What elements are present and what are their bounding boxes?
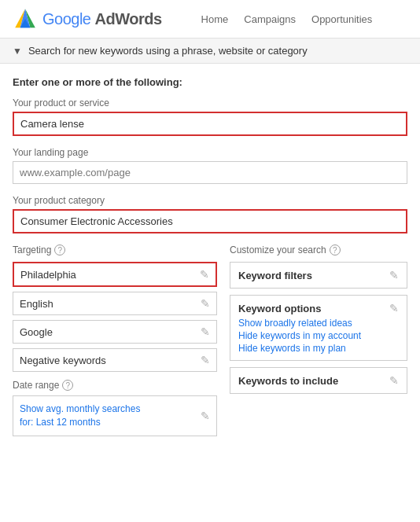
main-content: Enter one or more of the following: Your…: [0, 64, 420, 449]
nav-links: Home Campaigns Opportunities: [201, 13, 373, 25]
targeting-location-text: Philadelphia: [20, 269, 76, 281]
nav-opportunities[interactable]: Opportunities: [311, 13, 372, 25]
targeting-network-edit-icon[interactable]: ✎: [201, 325, 210, 338]
targeting-language-edit-icon[interactable]: ✎: [201, 297, 210, 310]
two-col-section: Targeting ? Philadelphia ✎ English ✎ Goo…: [13, 244, 407, 436]
keyword-options-header: Keyword options ✎: [238, 302, 399, 314]
product-category-input[interactable]: [13, 209, 407, 233]
customize-column: Customize your search ? Keyword filters …: [230, 244, 407, 436]
date-range-label: Date range ?: [13, 380, 217, 391]
targeting-negative-keywords-text: Negative keywords: [20, 355, 106, 366]
customize-label: Customize your search: [230, 244, 326, 255]
logo-text: Google AdWords: [42, 10, 162, 28]
targeting-negative-keywords[interactable]: Negative keywords ✎: [13, 348, 217, 372]
targeting-header: Targeting ?: [13, 244, 217, 255]
keyword-filters-card: Keyword filters ✎: [230, 262, 407, 289]
date-range-help-icon[interactable]: ?: [62, 380, 73, 391]
search-bar-label: Search for new keywords using a phrase, …: [28, 45, 308, 57]
nav-campaigns[interactable]: Campaigns: [244, 13, 296, 25]
product-service-group: Your product or service: [13, 97, 407, 136]
product-service-input[interactable]: [13, 112, 407, 136]
broadly-related-link[interactable]: Show broadly related ideas: [238, 318, 399, 329]
keyword-options-edit-icon[interactable]: ✎: [389, 302, 399, 314]
targeting-help-icon[interactable]: ?: [54, 244, 65, 255]
keyword-filters-edit-icon[interactable]: ✎: [389, 269, 399, 281]
hide-plan-link[interactable]: Hide keywords in my plan: [238, 343, 399, 354]
date-range-box[interactable]: Show avg. monthly searches for: Last 12 …: [13, 395, 217, 436]
keywords-to-include-edit-icon[interactable]: ✎: [389, 374, 399, 387]
date-range-value: Show avg. monthly searches for: Last 12 …: [20, 403, 140, 429]
date-range-line1: Show avg. monthly searches: [20, 403, 140, 416]
landing-page-label: Your landing page: [13, 147, 407, 158]
nav-home[interactable]: Home: [201, 13, 229, 25]
keywords-to-include-card: Keywords to include ✎: [230, 367, 407, 394]
targeting-language[interactable]: English ✎: [13, 292, 217, 315]
targeting-location-edit-icon[interactable]: ✎: [200, 268, 209, 281]
customize-header: Customize your search ?: [230, 244, 407, 255]
date-range-edit-icon[interactable]: ✎: [201, 410, 210, 422]
date-range-line2: for: Last 12 months: [20, 416, 140, 429]
search-keyword-bar[interactable]: ▼ Search for new keywords using a phrase…: [0, 39, 420, 64]
header: Google AdWords Home Campaigns Opportunit…: [0, 0, 420, 39]
keyword-options-card: Keyword options ✎ Show broadly related i…: [230, 295, 407, 361]
product-category-label: Your product category: [13, 195, 407, 206]
adwords-logo-icon: [13, 6, 38, 31]
keywords-to-include-header: Keywords to include ✎: [238, 374, 399, 387]
targeting-language-text: English: [20, 298, 53, 310]
targeting-column: Targeting ? Philadelphia ✎ English ✎ Goo…: [13, 244, 217, 436]
landing-page-group: Your landing page: [13, 147, 407, 184]
keyword-options-body: Show broadly related ideas Hide keywords…: [238, 318, 399, 354]
keywords-to-include-title: Keywords to include: [238, 375, 338, 387]
targeting-network[interactable]: Google ✎: [13, 320, 217, 344]
targeting-network-text: Google: [20, 326, 53, 338]
targeting-negative-keywords-edit-icon[interactable]: ✎: [201, 354, 210, 366]
targeting-label: Targeting: [13, 244, 51, 255]
search-bar-arrow-icon: ▼: [13, 46, 22, 57]
keyword-filters-header: Keyword filters ✎: [238, 269, 399, 281]
enter-following-label: Enter one or more of the following:: [13, 76, 407, 88]
logo: Google AdWords: [13, 6, 162, 31]
product-service-label: Your product or service: [13, 97, 407, 108]
customize-help-icon[interactable]: ?: [330, 244, 341, 255]
keyword-filters-title: Keyword filters: [238, 270, 312, 281]
landing-page-input[interactable]: [13, 161, 407, 184]
date-range-label-text: Date range: [13, 380, 59, 391]
date-range-section: Date range ? Show avg. monthly searches …: [13, 380, 217, 436]
targeting-location[interactable]: Philadelphia ✎: [13, 262, 217, 287]
product-category-group: Your product category: [13, 195, 407, 233]
hide-account-link[interactable]: Hide keywords in my account: [238, 330, 399, 341]
keyword-options-title: Keyword options: [238, 303, 321, 314]
